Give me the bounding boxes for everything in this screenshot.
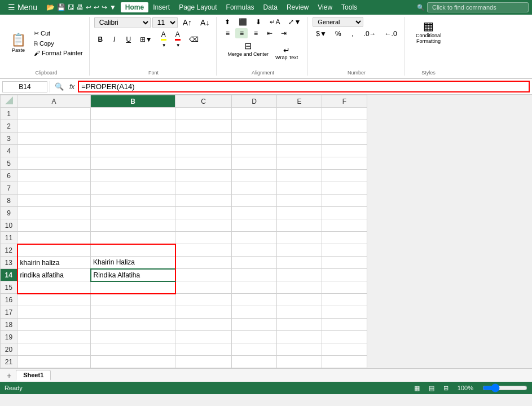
cell-B10[interactable] bbox=[91, 219, 175, 232]
row-header-1[interactable]: 1 bbox=[1, 108, 17, 120]
cell-F11[interactable] bbox=[322, 232, 367, 244]
cell-D7[interactable] bbox=[232, 182, 277, 195]
cell-A7[interactable] bbox=[17, 182, 91, 195]
cell-B9[interactable] bbox=[91, 207, 175, 219]
row-header-15[interactable]: 15 bbox=[1, 281, 17, 294]
currency-button[interactable]: $▼ bbox=[313, 29, 330, 39]
cell-D14[interactable] bbox=[232, 269, 277, 281]
menu-view[interactable]: View bbox=[313, 2, 337, 12]
row-header-3[interactable]: 3 bbox=[1, 133, 17, 145]
row-header-5[interactable]: 5 bbox=[1, 157, 17, 170]
cell-E7[interactable] bbox=[277, 182, 322, 195]
menu-insert[interactable]: Insert bbox=[148, 2, 174, 12]
font-shrink-button[interactable]: A↓ bbox=[197, 17, 213, 28]
font-size-select[interactable]: 11 bbox=[152, 17, 178, 28]
cell-C8[interactable] bbox=[175, 195, 232, 207]
cell-C9[interactable] bbox=[175, 207, 232, 219]
row-header-2[interactable]: 2 bbox=[1, 120, 17, 133]
cell-F15[interactable] bbox=[322, 281, 367, 294]
cell-D4[interactable] bbox=[232, 145, 277, 157]
cell-D9[interactable] bbox=[232, 207, 277, 219]
row-header-4[interactable]: 4 bbox=[1, 145, 17, 157]
cell-E21[interactable] bbox=[277, 356, 322, 368]
increase-decimal-button[interactable]: .0→ bbox=[360, 29, 380, 39]
increase-indent-button[interactable]: ⇥ bbox=[278, 28, 290, 38]
cell-A17[interactable] bbox=[17, 306, 91, 319]
cut-button[interactable]: ✂ Cut bbox=[31, 29, 86, 38]
hamburger-menu[interactable]: ☰ Menu bbox=[3, 2, 42, 13]
cell-D17[interactable] bbox=[232, 306, 277, 319]
cell-A1[interactable] bbox=[17, 108, 91, 120]
cell-C13[interactable] bbox=[175, 257, 232, 269]
cell-A11[interactable] bbox=[17, 232, 91, 244]
cell-F21[interactable] bbox=[322, 356, 367, 368]
search-commands-input[interactable] bbox=[427, 2, 529, 12]
cell-C10[interactable] bbox=[175, 219, 232, 232]
cell-A21[interactable] bbox=[17, 356, 91, 368]
row-header-7[interactable]: 7 bbox=[1, 182, 17, 195]
view-break-button[interactable]: ⊞ bbox=[443, 385, 449, 392]
align-right-button[interactable]: ≡ bbox=[249, 28, 262, 38]
decrease-decimal-button[interactable]: ←.0 bbox=[381, 29, 401, 39]
row-header-13[interactable]: 13 bbox=[1, 257, 17, 269]
percent-button[interactable]: % bbox=[332, 29, 345, 39]
cell-E13[interactable] bbox=[277, 257, 322, 269]
row-header-12[interactable]: 12 bbox=[1, 244, 17, 257]
cell-A5[interactable] bbox=[17, 157, 91, 170]
cell-C12[interactable] bbox=[175, 244, 232, 257]
undo2-icon[interactable]: ↩ bbox=[94, 3, 99, 11]
merge-center-button[interactable]: ⊟ Merge and Center bbox=[225, 38, 272, 68]
cell-F2[interactable] bbox=[322, 120, 367, 133]
row-header-20[interactable]: 20 bbox=[1, 343, 17, 356]
row-header-11[interactable]: 11 bbox=[1, 232, 17, 244]
cell-E17[interactable] bbox=[277, 306, 322, 319]
cell-A4[interactable] bbox=[17, 145, 91, 157]
cell-E2[interactable] bbox=[277, 120, 322, 133]
cell-B21[interactable] bbox=[91, 356, 175, 368]
cell-A8[interactable] bbox=[17, 195, 91, 207]
sheet-tab-sheet1[interactable]: Sheet1 bbox=[16, 370, 51, 381]
cell-D2[interactable] bbox=[232, 120, 277, 133]
row-header-10[interactable]: 10 bbox=[1, 219, 17, 232]
menu-page-layout[interactable]: Page Layout bbox=[174, 2, 221, 12]
cell-D20[interactable] bbox=[232, 343, 277, 356]
wrap-text-button[interactable]: ↵A bbox=[266, 17, 283, 27]
cell-C1[interactable] bbox=[175, 108, 232, 120]
cell-F5[interactable] bbox=[322, 157, 367, 170]
zoom-slider[interactable] bbox=[482, 383, 527, 392]
row-header-6[interactable]: 6 bbox=[1, 170, 17, 182]
clear-format-button[interactable]: ⌫ bbox=[186, 34, 202, 45]
col-header-a[interactable]: A bbox=[17, 95, 91, 108]
cell-F13[interactable] bbox=[322, 257, 367, 269]
font-color-button[interactable]: A ▼ bbox=[172, 29, 184, 50]
sheet-scroll[interactable]: A B C D E F 12345678910111213khairin hal… bbox=[0, 95, 532, 368]
cell-C15[interactable] bbox=[175, 281, 232, 294]
menu-home[interactable]: Home bbox=[121, 2, 148, 12]
cell-A9[interactable] bbox=[17, 207, 91, 219]
align-bottom-button[interactable]: ⬇ bbox=[252, 17, 265, 27]
cell-E12[interactable] bbox=[277, 244, 322, 257]
row-header-14[interactable]: 14 bbox=[1, 269, 17, 281]
cell-B18[interactable] bbox=[91, 319, 175, 331]
col-header-c[interactable]: C bbox=[175, 95, 232, 108]
fill-color-button[interactable]: A ▼ bbox=[157, 29, 170, 50]
cell-A2[interactable] bbox=[17, 120, 91, 133]
cell-C5[interactable] bbox=[175, 157, 232, 170]
cell-A6[interactable] bbox=[17, 170, 91, 182]
menu-review[interactable]: Review bbox=[282, 2, 313, 12]
menu-formulas[interactable]: Formulas bbox=[222, 2, 259, 12]
col-header-e[interactable]: E bbox=[277, 95, 322, 108]
cell-E5[interactable] bbox=[277, 157, 322, 170]
redo-icon[interactable]: ↪ bbox=[102, 3, 107, 11]
cell-E19[interactable] bbox=[277, 331, 322, 343]
cell-E11[interactable] bbox=[277, 232, 322, 244]
open-icon[interactable]: 📂 bbox=[46, 3, 55, 11]
formula-input[interactable] bbox=[81, 82, 526, 91]
italic-button[interactable]: I bbox=[108, 34, 121, 45]
cell-B2[interactable] bbox=[91, 120, 175, 133]
cell-D1[interactable] bbox=[232, 108, 277, 120]
cell-A14[interactable]: rindika alfatiha bbox=[17, 269, 91, 281]
cell-D10[interactable] bbox=[232, 219, 277, 232]
font-color-dropdown-icon[interactable]: ▼ bbox=[176, 43, 181, 48]
row-header-16[interactable]: 16 bbox=[1, 294, 17, 306]
